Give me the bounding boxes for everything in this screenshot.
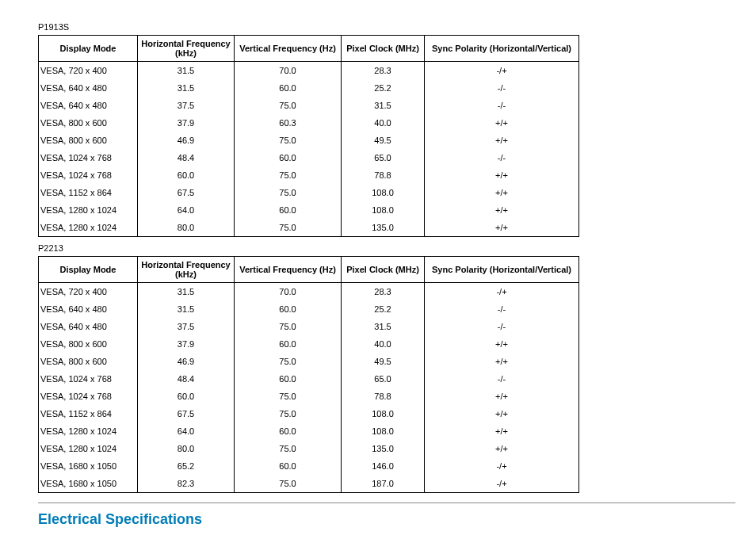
cell-pixel-clock: 40.0: [342, 335, 425, 353]
cell-pixel-clock: 31.5: [342, 318, 425, 335]
table-row: VESA, 1024 x 76848.460.065.0-/-: [39, 149, 579, 166]
cell-sync-polarity: -/-: [425, 300, 579, 318]
cell-display-mode: VESA, 1152 x 864: [39, 405, 138, 422]
cell-pixel-clock: 135.0: [342, 219, 425, 237]
cell-vertical-freq: 75.0: [235, 184, 342, 201]
cell-display-mode: VESA, 800 x 600: [39, 353, 138, 370]
cell-display-mode: VESA, 1680 x 1050: [39, 457, 138, 475]
cell-pixel-clock: 65.0: [342, 370, 425, 388]
cell-display-mode: VESA, 1280 x 1024: [39, 422, 138, 440]
cell-display-mode: VESA, 800 x 600: [39, 114, 138, 132]
cell-display-mode: VESA, 720 x 400: [39, 283, 138, 301]
cell-display-mode: VESA, 1024 x 768: [39, 166, 138, 184]
cell-horizontal-freq: 31.5: [138, 79, 235, 97]
cell-horizontal-freq: 60.0: [138, 166, 235, 184]
cell-pixel-clock: 65.0: [342, 149, 425, 166]
cell-vertical-freq: 60.0: [235, 457, 342, 475]
cell-horizontal-freq: 48.4: [138, 149, 235, 166]
cell-sync-polarity: -/-: [425, 318, 579, 335]
table-row: VESA, 640 x 48037.575.031.5-/-: [39, 318, 579, 335]
cell-vertical-freq: 60.3: [235, 114, 342, 132]
cell-vertical-freq: 75.0: [235, 219, 342, 237]
cell-sync-polarity: +/+: [425, 353, 579, 370]
cell-horizontal-freq: 82.3: [138, 475, 235, 493]
cell-pixel-clock: 31.5: [342, 97, 425, 114]
cell-horizontal-freq: 48.4: [138, 370, 235, 388]
cell-horizontal-freq: 46.9: [138, 132, 235, 149]
cell-sync-polarity: +/+: [425, 440, 579, 457]
cell-vertical-freq: 75.0: [235, 166, 342, 184]
cell-display-mode: VESA, 640 x 480: [39, 97, 138, 114]
table-row: VESA, 1024 x 76860.075.078.8+/+: [39, 166, 579, 184]
cell-display-mode: VESA, 800 x 600: [39, 132, 138, 149]
cell-vertical-freq: 60.0: [235, 422, 342, 440]
cell-sync-polarity: +/+: [425, 335, 579, 353]
cell-display-mode: VESA, 640 x 480: [39, 300, 138, 318]
table-row: VESA, 640 x 48031.560.025.2-/-: [39, 300, 579, 318]
cell-vertical-freq: 75.0: [235, 353, 342, 370]
cell-sync-polarity: -/+: [425, 457, 579, 475]
cell-vertical-freq: 75.0: [235, 132, 342, 149]
table-row: VESA, 1024 x 76860.075.078.8+/+: [39, 388, 579, 405]
cell-sync-polarity: -/+: [425, 475, 579, 493]
cell-vertical-freq: 60.0: [235, 335, 342, 353]
cell-horizontal-freq: 65.2: [138, 457, 235, 475]
cell-display-mode: VESA, 1152 x 864: [39, 184, 138, 201]
table-row: VESA, 1280 x 102464.060.0108.0+/+: [39, 201, 579, 219]
cell-pixel-clock: 108.0: [342, 184, 425, 201]
electrical-specifications-heading: Electrical Specifications: [38, 511, 718, 528]
cell-display-mode: VESA, 1680 x 1050: [39, 475, 138, 493]
table-row: VESA, 800 x 60037.960.040.0+/+: [39, 335, 579, 353]
table-row: VESA, 1280 x 102480.075.0135.0+/+: [39, 219, 579, 237]
cell-vertical-freq: 60.0: [235, 149, 342, 166]
cell-vertical-freq: 75.0: [235, 318, 342, 335]
cell-sync-polarity: -/-: [425, 370, 579, 388]
cell-horizontal-freq: 46.9: [138, 353, 235, 370]
cell-pixel-clock: 146.0: [342, 457, 425, 475]
cell-display-mode: VESA, 800 x 600: [39, 335, 138, 353]
cell-vertical-freq: 70.0: [235, 62, 342, 80]
table-row: VESA, 640 x 48031.560.025.2-/-: [39, 79, 579, 97]
cell-sync-polarity: +/+: [425, 201, 579, 219]
table-row: VESA, 1280 x 102464.060.0108.0+/+: [39, 422, 579, 440]
cell-pixel-clock: 108.0: [342, 422, 425, 440]
cell-horizontal-freq: 60.0: [138, 388, 235, 405]
cell-horizontal-freq: 67.5: [138, 405, 235, 422]
th-vertical-freq: Vertical Frequency (Hz): [235, 36, 342, 62]
cell-vertical-freq: 70.0: [235, 283, 342, 301]
cell-sync-polarity: +/+: [425, 405, 579, 422]
table-row: VESA, 800 x 60046.975.049.5+/+: [39, 353, 579, 370]
cell-display-mode: VESA, 1280 x 1024: [39, 201, 138, 219]
cell-sync-polarity: -/-: [425, 149, 579, 166]
cell-horizontal-freq: 80.0: [138, 219, 235, 237]
cell-display-mode: VESA, 640 x 480: [39, 79, 138, 97]
cell-pixel-clock: 28.3: [342, 62, 425, 80]
cell-sync-polarity: +/+: [425, 219, 579, 237]
table-row: VESA, 1280 x 102480.075.0135.0+/+: [39, 440, 579, 457]
th-horizontal-freq: Horizontal Frequency (kHz): [138, 257, 235, 283]
cell-display-mode: VESA, 1024 x 768: [39, 370, 138, 388]
cell-display-mode: VESA, 1280 x 1024: [39, 440, 138, 457]
cell-pixel-clock: 108.0: [342, 201, 425, 219]
cell-vertical-freq: 75.0: [235, 475, 342, 493]
cell-pixel-clock: 40.0: [342, 114, 425, 132]
cell-pixel-clock: 25.2: [342, 300, 425, 318]
cell-horizontal-freq: 31.5: [138, 62, 235, 80]
cell-vertical-freq: 75.0: [235, 405, 342, 422]
table-row: VESA, 1680 x 105082.375.0187.0-/+: [39, 475, 579, 493]
cell-pixel-clock: 49.5: [342, 132, 425, 149]
th-vertical-freq: Vertical Frequency (Hz): [235, 257, 342, 283]
cell-vertical-freq: 75.0: [235, 440, 342, 457]
cell-vertical-freq: 60.0: [235, 201, 342, 219]
cell-horizontal-freq: 37.9: [138, 335, 235, 353]
cell-horizontal-freq: 64.0: [138, 201, 235, 219]
table1-label: P1913S: [38, 22, 718, 32]
section-divider: [38, 503, 735, 503]
table2: Display Mode Horizontal Frequency (kHz) …: [38, 256, 579, 493]
cell-pixel-clock: 28.3: [342, 283, 425, 301]
cell-pixel-clock: 78.8: [342, 166, 425, 184]
th-pixel-clock: Pixel Clock (MHz): [342, 36, 425, 62]
cell-pixel-clock: 49.5: [342, 353, 425, 370]
th-sync-polarity: Sync Polarity (Horizontal/Vertical): [425, 257, 579, 283]
cell-pixel-clock: 108.0: [342, 405, 425, 422]
